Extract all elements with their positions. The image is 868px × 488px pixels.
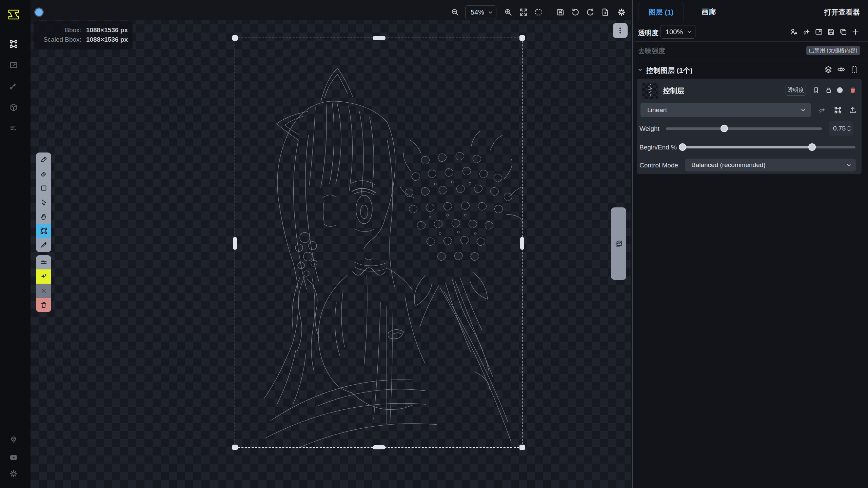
control-layer-card[interactable]: 控制层 透明度 Lineart Weight 0.75 Begin/End % xyxy=(637,79,862,174)
fit-bbox-icon[interactable] xyxy=(534,7,543,17)
opacity-select[interactable]: 100% xyxy=(660,25,695,39)
delete-button[interactable] xyxy=(36,298,51,312)
select-tool-button[interactable] xyxy=(36,195,51,209)
process-star-icon[interactable] xyxy=(802,27,811,36)
raster-frame-icon[interactable] xyxy=(850,65,859,74)
brush-tool-button[interactable] xyxy=(36,152,51,167)
generate-sparkle-button[interactable] xyxy=(36,269,51,284)
zoom-in-icon[interactable] xyxy=(504,7,513,17)
scaled-bbox-value: 1088×1536 px xyxy=(86,35,128,44)
open-viewer-link[interactable]: 打开查看器 xyxy=(824,7,860,17)
bbox-handle-top[interactable] xyxy=(373,36,386,40)
layer-thumbnail[interactable] xyxy=(642,83,658,99)
add-layer-icon[interactable] xyxy=(851,27,860,36)
weight-label: Weight xyxy=(639,125,659,133)
unlock-icon[interactable] xyxy=(825,86,833,94)
begin-end-slider-range xyxy=(683,146,812,148)
tab-gallery[interactable]: 画廊 xyxy=(687,3,731,21)
undo-icon[interactable] xyxy=(571,7,580,17)
fit-view-icon[interactable] xyxy=(519,7,528,17)
rail-upscale-tab-icon[interactable] xyxy=(9,60,18,70)
zoom-level-select[interactable]: 54% xyxy=(465,5,496,19)
toolbar-divider xyxy=(551,4,551,15)
weight-slider-track[interactable] xyxy=(666,127,822,130)
bbox-handle-bottom[interactable] xyxy=(373,445,386,449)
bookmark-icon[interactable] xyxy=(812,86,820,94)
begin-end-label: Begin/End % xyxy=(639,144,677,151)
save-to-gallery-icon[interactable] xyxy=(600,7,610,17)
generation-bbox[interactable] xyxy=(235,38,522,448)
redo-icon[interactable] xyxy=(586,7,595,17)
chevron-down-icon xyxy=(488,9,493,15)
bbox-handle-top-left[interactable] xyxy=(232,35,238,41)
weight-value-box[interactable]: 0.75 xyxy=(829,121,853,136)
rect-tool-button[interactable] xyxy=(36,181,51,195)
bbox-handle-left[interactable] xyxy=(233,237,237,250)
opacity-value: 100% xyxy=(666,28,683,36)
staging-status-dot[interactable] xyxy=(34,7,44,17)
cancel-button[interactable] xyxy=(36,284,51,298)
eyedropper-tool-button[interactable] xyxy=(36,238,51,252)
visibility-eye-icon[interactable] xyxy=(837,65,846,74)
tab-layers[interactable]: 图层 (1) xyxy=(638,3,684,21)
chevron-down-icon xyxy=(800,107,806,113)
resize-frame-icon[interactable] xyxy=(814,27,823,36)
layer-opacity-badge-label: 透明度 xyxy=(788,87,804,94)
zoom-out-icon[interactable] xyxy=(450,7,460,17)
layer-transform-icon[interactable] xyxy=(833,106,842,115)
control-mode-select[interactable]: Balanced (recommended) xyxy=(685,159,856,171)
stepper-arrows-icon[interactable] xyxy=(847,124,851,133)
color-circle-icon[interactable] xyxy=(836,86,844,94)
bbox-handle-bottom-right[interactable] xyxy=(519,445,525,450)
canvas-settings-gear-icon[interactable] xyxy=(617,7,626,17)
invoke-logo-icon[interactable] xyxy=(7,8,20,21)
rail-queue-tab-icon[interactable] xyxy=(9,123,18,133)
bbox-handle-bottom-left[interactable] xyxy=(232,445,238,450)
bbox-handle-top-right[interactable] xyxy=(519,35,525,41)
rail-workflows-tab-icon[interactable] xyxy=(9,82,18,91)
begin-slider-handle[interactable] xyxy=(679,143,686,151)
collapse-chevron-icon[interactable] xyxy=(637,66,644,73)
settings-gear-icon[interactable] xyxy=(9,469,18,479)
denoise-label: 去噪强度 xyxy=(638,46,665,56)
right-panel: 图层 (1) 画廊 打开查看器 透明度 100% 去噪强度 已禁用 (无栅格内容… xyxy=(634,0,868,488)
layer-title: 控制层 xyxy=(663,86,684,96)
eraser-tool-button[interactable] xyxy=(36,167,51,181)
pan-tool-button[interactable] xyxy=(36,209,51,224)
end-slider-handle[interactable] xyxy=(808,143,816,151)
app-rail xyxy=(0,0,30,488)
denoise-badge-label: 已禁用 (无栅格内容) xyxy=(809,47,857,54)
opacity-label: 透明度 xyxy=(638,28,658,38)
delete-layer-icon[interactable] xyxy=(849,86,857,94)
denoise-disabled-badge: 已禁用 (无栅格内容) xyxy=(806,46,860,55)
canvas-area[interactable]: 54% Bbox:1088×1536 px Scaled Bbox:1088×1… xyxy=(31,0,631,488)
youtube-icon[interactable] xyxy=(9,453,18,462)
scaled-bbox-label: Scaled Bbox: xyxy=(43,35,81,44)
bbox-tool-button[interactable] xyxy=(36,224,51,238)
tips-bulb-icon[interactable] xyxy=(9,435,18,445)
model-select[interactable]: Lineart xyxy=(640,103,811,117)
tab-layers-label: 图层 (1) xyxy=(649,7,674,17)
layers-stack-icon[interactable] xyxy=(824,65,833,74)
tool-group-actions xyxy=(36,255,51,312)
save-layer-icon[interactable] xyxy=(827,27,835,36)
gallery-image-icon xyxy=(614,239,623,248)
filters-button[interactable] xyxy=(36,255,51,269)
rail-models-tab-icon[interactable] xyxy=(9,103,18,112)
rail-canvas-tab-icon[interactable] xyxy=(9,39,18,49)
panel-resize-handle[interactable] xyxy=(632,0,633,488)
layer-opacity-badge[interactable]: 透明度 xyxy=(786,85,806,96)
duplicate-icon[interactable] xyxy=(839,27,848,36)
canvas-menu-button[interactable] xyxy=(613,23,628,38)
bbox-handle-right[interactable] xyxy=(520,237,524,250)
layer-export-icon[interactable] xyxy=(848,106,857,115)
save-icon[interactable] xyxy=(556,7,565,17)
gallery-drawer-handle[interactable] xyxy=(611,207,626,280)
zoom-level-value: 54% xyxy=(471,8,484,16)
control-layers-header: 控制图层 (1个) xyxy=(646,66,693,75)
weight-slider-handle[interactable] xyxy=(721,125,728,132)
merge-layers-icon[interactable] xyxy=(789,27,798,36)
model-select-value: Lineart xyxy=(647,106,667,114)
tool-group-main xyxy=(36,152,51,252)
layer-process-star-icon[interactable] xyxy=(818,106,827,115)
